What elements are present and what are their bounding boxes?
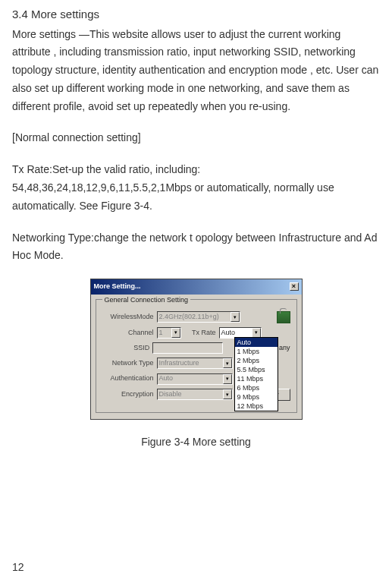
networktype-label: Network Type <box>102 358 154 369</box>
channel-label: Channel <box>102 327 154 339</box>
encryption-value: Disable <box>159 389 182 400</box>
dialog-title: More Setting... <box>94 281 141 292</box>
general-connection-group: General Connection Setting WirelessMode … <box>96 299 297 413</box>
wirelessmode-label: WirelessMode <box>102 311 154 323</box>
section-heading: 3.4 More settings <box>12 5 380 24</box>
more-setting-dialog: More Setting... × General Connection Set… <box>90 279 303 419</box>
channel-value: 1 <box>159 327 163 339</box>
wirelessmode-value: 2.4GHz(802.11b+g) <box>159 311 219 323</box>
networktype-select: Infrastructure ▾ <box>157 358 233 369</box>
page-number: 12 <box>12 559 24 577</box>
networktype-value: Infrastructure <box>159 358 199 369</box>
chevron-down-icon: ▾ <box>223 358 232 368</box>
txrate-option[interactable]: 5.5 Mbps <box>235 365 278 374</box>
authentication-label: Authentication <box>102 373 154 384</box>
dialog-titlebar: More Setting... × <box>91 279 302 294</box>
channel-select: 1 ▾ <box>157 327 181 339</box>
encryption-select: Disable ▾ <box>157 389 233 400</box>
ssid-input <box>152 342 223 354</box>
chevron-down-icon: ▾ <box>223 389 232 399</box>
ssid-any-label: any <box>279 342 290 354</box>
paragraph-networktype: Networking Type:change the network t opo… <box>12 229 380 266</box>
paragraph-subhead: [Normal connection setting] <box>12 129 380 147</box>
close-icon[interactable]: × <box>290 282 299 291</box>
wirelessmode-select: 2.4GHz(802.11b+g) ▾ <box>157 311 240 323</box>
txrate-label: Tx Rate <box>184 327 216 339</box>
authentication-select: Auto ▾ <box>157 373 233 385</box>
authentication-value: Auto <box>159 373 174 384</box>
chevron-down-icon: ▾ <box>223 374 232 384</box>
ssid-label: SSID <box>102 342 150 354</box>
txrate-option[interactable]: 1 Mbps <box>235 347 278 356</box>
encryption-label: Encryption <box>102 389 154 400</box>
network-card-icon <box>277 311 290 323</box>
txrate-option[interactable]: Auto <box>235 338 278 347</box>
txrate-option[interactable]: 11 Mbps <box>235 374 278 383</box>
figure-wrap: More Setting... × General Connection Set… <box>12 279 380 419</box>
txrate-option[interactable]: 6 Mbps <box>235 383 278 392</box>
txrate-option[interactable]: 2 Mbps <box>235 356 278 365</box>
txrate-value: Auto <box>221 327 236 339</box>
paragraph-txrate: Tx Rate:Set-up the valid ratio, includin… <box>12 161 380 215</box>
figure-caption: Figure 3-4 More setting <box>12 433 380 452</box>
chevron-down-icon: ▾ <box>171 328 180 338</box>
paragraph-intro: More settings —This website allows user … <box>12 26 380 116</box>
txrate-dropdown-list[interactable]: Auto 1 Mbps 2 Mbps 5.5 Mbps 11 Mbps 6 Mb… <box>234 337 278 411</box>
txrate-option[interactable]: 9 Mbps <box>235 392 278 402</box>
txrate-option[interactable]: 12 Mbps <box>235 402 278 411</box>
group-legend: General Connection Setting <box>102 295 191 306</box>
chevron-down-icon: ▾ <box>230 312 240 322</box>
